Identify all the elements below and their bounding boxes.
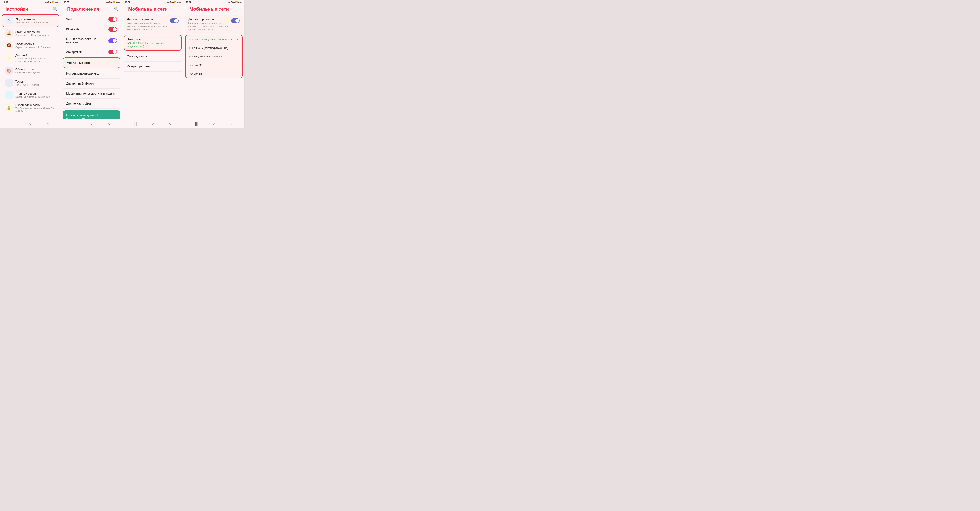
dropdown-label-lte: LTE/3G/2G (автоподключение) — [189, 46, 228, 49]
bluetooth-toggle[interactable] — [108, 27, 117, 32]
nfc-item[interactable]: NFC и бесконтактные платежи — [63, 35, 120, 47]
back-title-connections: ‹ Подключения — [65, 6, 99, 12]
time-3: 10:08 — [125, 1, 130, 4]
banner-answer: Samsung Cloud — [66, 117, 117, 119]
sounds-title: Звуки и вибрация — [15, 30, 56, 33]
notifications-subtitle: Строка состояния • Не беспокоить — [15, 46, 56, 49]
back-arrow-mobile[interactable]: ‹ — [126, 7, 127, 11]
dropdown-item-3g[interactable]: Только 3G — [186, 61, 242, 70]
nav-home-3[interactable]: ○ — [150, 121, 156, 126]
samsung-cloud-banner[interactable]: Ищете что-то другое? Samsung Cloud — [63, 110, 120, 119]
settings-item-notifications[interactable]: 🔕 Уведомления Строка состояния • Не бесп… — [2, 40, 59, 51]
bluetooth-label: Bluetooth — [66, 28, 79, 31]
themes-icon: T — [5, 79, 13, 87]
settings-item-connections[interactable]: Подключения Wi-Fi • Bluetooth • Авиарежи… — [2, 14, 59, 27]
panel-network-mode-dropdown: 10:08 ✉ 🔇 ◈ 📶 95% ‹ Мобильные сети Данны… — [183, 0, 245, 128]
wifi-item[interactable]: Wi-Fi — [63, 14, 120, 24]
themes-subtitle: Темы • Обои • Значки — [15, 84, 56, 86]
dropdown-label-3g2g: 3G/2G (автоподключение) — [189, 55, 223, 58]
back-arrow-mobile-4[interactable]: ‹ — [187, 7, 188, 11]
nav-back-4[interactable]: ﹤ — [228, 121, 235, 126]
settings-header: Настройки 🔍 — [0, 5, 61, 13]
notification-icon-3: ✉ — [167, 1, 169, 3]
mobile-networks-item[interactable]: Мобильные сети — [63, 57, 120, 68]
nav-menu-1[interactable]: ||| — [10, 121, 16, 126]
nav-menu-4[interactable]: ||| — [193, 121, 200, 126]
roaming-toggle-4[interactable] — [231, 18, 240, 23]
nav-bar-4: ||| ○ ﹤ — [183, 119, 244, 128]
airplane-item[interactable]: Авиарежим — [63, 47, 120, 57]
nav-back-3[interactable]: ﹤ — [167, 121, 173, 126]
settings-item-sounds[interactable]: 🔔 Звуки и вибрация Режим звука • Мелодия… — [2, 27, 59, 39]
network-mode-dropdown[interactable]: 5G/LTE/3G/2G (автоматическое по... ✓ LTE… — [185, 35, 243, 78]
nfc-toggle[interactable] — [108, 38, 117, 43]
search-button-2[interactable]: 🔍 — [114, 7, 119, 11]
location-icon: ◈ — [50, 1, 51, 3]
airplane-label: Авиарежим — [66, 50, 82, 54]
other-settings-item[interactable]: Другие настройки — [63, 98, 120, 109]
display-icon: ☀ — [5, 54, 13, 62]
sounds-subtitle: Режим звука • Мелодия звонка — [15, 34, 56, 36]
airplane-toggle[interactable] — [108, 49, 117, 54]
back-arrow-connections[interactable]: ‹ — [65, 7, 66, 11]
mobile-networks-label: Мобильные сети — [67, 61, 90, 65]
wallpaper-icon: 🎨 — [5, 67, 13, 75]
display-title: Дисплей — [15, 54, 56, 57]
data-usage-item[interactable]: Использование данных — [63, 68, 120, 79]
notifications-text: Уведомления Строка состояния • Не беспок… — [15, 42, 56, 49]
nav-back-2[interactable]: ﹤ — [106, 121, 112, 126]
wifi-toggle[interactable] — [108, 17, 117, 22]
roaming-toggle[interactable] — [170, 18, 178, 23]
lockscreen-text: Экран блокировки Тип блокировки экрана •… — [15, 103, 56, 112]
status-bar-4: 10:08 ✉ 🔇 ◈ 📶 95% — [183, 0, 244, 5]
access-points-item[interactable]: Точки доступа — [124, 52, 181, 62]
other-settings-label: Другие настройки — [66, 102, 91, 105]
nav-menu-2[interactable]: ||| — [71, 121, 77, 126]
operators-item[interactable]: Операторы сети — [124, 62, 181, 71]
nav-menu-3[interactable]: ||| — [132, 121, 138, 126]
dropdown-item-5g[interactable]: 5G/LTE/3G/2G (автоматическое по... ✓ — [186, 35, 242, 44]
settings-item-themes[interactable]: T Темы Темы • Обои • Значки — [2, 77, 59, 89]
connections-subtitle: Wi-Fi • Bluetooth • Авиарежим — [16, 21, 56, 24]
mobile-header-4: ‹ Мобильные сети — [183, 5, 244, 13]
dropdown-item-2g[interactable]: Только 2G — [186, 70, 242, 78]
lockscreen-title: Экран блокировки — [15, 103, 56, 107]
settings-item-display[interactable]: ☀ Дисплей Яркость • Комфорт для глаз • Н… — [2, 52, 59, 65]
roaming-text-4: Данные в роуминге За использование мобил… — [188, 17, 229, 31]
bluetooth-item[interactable]: Bluetooth — [63, 24, 120, 35]
roaming-title-4: Данные в роуминге — [188, 17, 229, 21]
settings-item-homescreen[interactable]: ⌂ Главный экран Макет • Индикаторы на зн… — [2, 89, 59, 101]
nav-home-1[interactable]: ○ — [27, 121, 33, 126]
status-icons-2: ✉ 🔇 ◈ 📶 95% — [106, 1, 119, 3]
homescreen-text: Главный экран Макет • Индикаторы на знач… — [15, 92, 56, 98]
nav-back-1[interactable]: ﹤ — [45, 121, 51, 126]
themes-text: Темы Темы • Обои • Значки — [15, 80, 56, 86]
battery-text-2: 95% — [116, 1, 119, 3]
location-icon-2: ◈ — [111, 1, 113, 3]
connections-icon — [6, 17, 13, 24]
sim-manager-label: Диспетчер SIM-карт — [66, 82, 94, 85]
dropdown-item-3g2g[interactable]: 3G/2G (автоподключение) — [186, 52, 242, 61]
sim-manager-item[interactable]: Диспетчер SIM-карт — [63, 79, 120, 89]
back-title-mobile: ‹ Мобильные сети — [126, 6, 168, 12]
page-title-4: Мобильные сети — [189, 6, 229, 12]
signal-icon-2: 📶 — [113, 1, 115, 3]
panel-mobile-networks: 10:08 ✉ 🔇 ◈ 📶 95% ‹ Мобильные сети Данны… — [122, 0, 183, 128]
connections-text: Подключения Wi-Fi • Bluetooth • Авиарежи… — [16, 17, 56, 24]
sounds-text: Звуки и вибрация Режим звука • Мелодия з… — [15, 30, 56, 36]
dropdown-item-lte[interactable]: LTE/3G/2G (автоподключение) — [186, 44, 242, 52]
nav-home-2[interactable]: ○ — [88, 121, 95, 126]
notification-icon-4: ✉ — [228, 1, 230, 3]
check-icon-5g: ✓ — [236, 38, 239, 41]
search-button-1[interactable]: 🔍 — [53, 7, 57, 11]
status-bar-3: 10:08 ✉ 🔇 ◈ 📶 95% — [122, 0, 183, 5]
settings-item-lockscreen[interactable]: 🔒 Экран блокировки Тип блокировки экрана… — [2, 101, 59, 114]
hotspot-item[interactable]: Мобильная точка доступа и модем — [63, 89, 120, 98]
network-mode-card[interactable]: Режим сети 5G/LTE/3G/2G (автоматическое … — [124, 35, 181, 51]
panel-connections: 10:08 ✉ 🔇 ◈ 📶 95% ‹ Подключения 🔍 Wi-Fi … — [61, 0, 122, 128]
settings-item-wallpaper[interactable]: 🎨 Обои и стиль Обои • Палитра цветов — [2, 65, 59, 77]
homescreen-subtitle: Макет • Индикаторы на значках — [15, 95, 56, 98]
page-title-3: Мобильные сети — [128, 6, 168, 12]
nav-home-4[interactable]: ○ — [211, 121, 217, 126]
connections-title: Подключения — [16, 17, 56, 21]
